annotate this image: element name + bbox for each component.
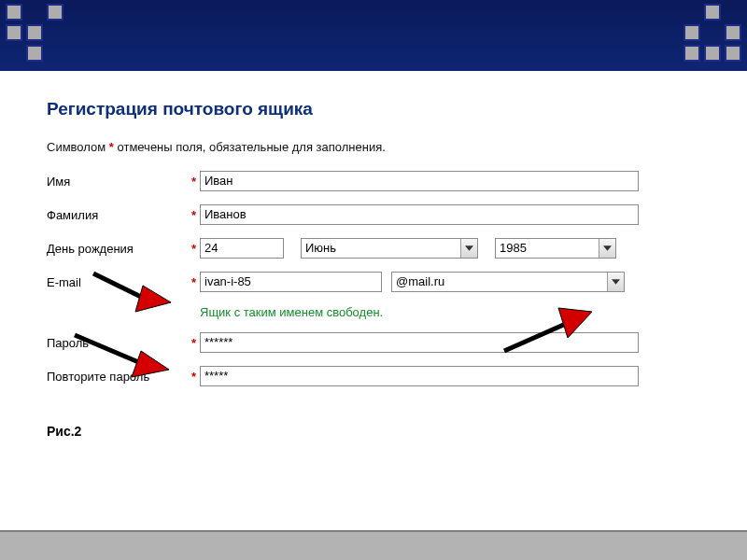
email-available-message: Ящик с таким именем свободен. [200, 305, 700, 319]
chevron-down-icon [603, 245, 612, 251]
required-asterisk: * [187, 208, 196, 222]
figure-caption: Рис.2 [47, 424, 747, 439]
birthday-day-input[interactable]: 24 [200, 238, 284, 259]
birthday-month-value: Июнь [305, 241, 336, 255]
email-domain-value: @mail.ru [396, 274, 444, 288]
content-area: Регистрация почтового ящика Символом * о… [0, 71, 747, 409]
first-name-input[interactable]: Иван [200, 171, 639, 191]
dropdown-button-year[interactable] [599, 239, 615, 258]
email-user-input[interactable]: ivan-i-85 [200, 272, 382, 292]
password-input[interactable]: ****** [200, 332, 639, 353]
footer-band [0, 530, 747, 560]
label-password-repeat: Повторите пароль [47, 370, 187, 384]
label-last-name: Фамилия [47, 208, 187, 222]
label-email: E-mail [47, 275, 187, 289]
row-password-repeat: Повторите пароль * ***** [47, 366, 700, 386]
row-password: Пароль * ****** [47, 332, 700, 353]
email-domain-select[interactable]: @mail.ru [391, 272, 625, 292]
deco-grid-top-left [6, 4, 63, 62]
chevron-down-icon [612, 279, 620, 285]
note-suffix: отмечены поля, обязательные для заполнен… [114, 140, 386, 154]
dropdown-button-month[interactable] [460, 239, 477, 258]
page-title: Регистрация почтового ящика [47, 99, 700, 119]
row-birthday: День рождения * 24 Июнь 1985 [47, 238, 700, 259]
password-repeat-input[interactable]: ***** [200, 366, 639, 386]
required-asterisk: * [187, 175, 196, 189]
row-email: E-mail * ivan-i-85 @mail.ru [47, 272, 700, 292]
header-band [0, 0, 747, 71]
last-name-input[interactable]: Иванов [200, 204, 639, 225]
required-asterisk: * [187, 336, 196, 350]
row-last-name: Фамилия * Иванов [47, 204, 700, 225]
deco-grid-top-right [684, 4, 741, 62]
required-asterisk: * [187, 275, 196, 289]
note-prefix: Символом [47, 140, 109, 154]
birthday-year-select[interactable]: 1985 [495, 238, 616, 259]
birthday-month-select[interactable]: Июнь [301, 238, 478, 259]
required-note: Символом * отмечены поля, обязательные д… [47, 140, 700, 154]
chevron-down-icon [465, 245, 473, 251]
required-asterisk: * [187, 242, 196, 256]
label-password: Пароль [47, 336, 187, 350]
dropdown-button-domain[interactable] [607, 273, 624, 291]
required-asterisk: * [187, 370, 196, 384]
label-birthday: День рождения [47, 242, 187, 256]
birthday-year-value: 1985 [500, 241, 527, 255]
row-first-name: Имя * Иван [47, 171, 700, 191]
label-first-name: Имя [47, 175, 187, 189]
